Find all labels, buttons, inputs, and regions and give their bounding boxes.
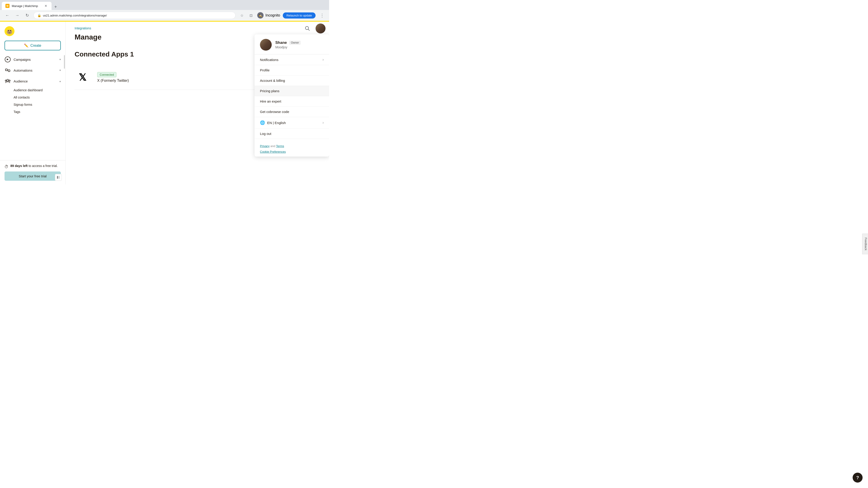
tab-bar: M Manage | Mailchimp ✕ + <box>0 0 329 10</box>
top-right-actions <box>303 24 326 33</box>
sidebar-item-tags[interactable]: Tags <box>13 108 65 116</box>
pencil-icon: ✏️ <box>24 43 29 48</box>
incognito-label: Incognito <box>266 13 280 18</box>
language-label: EN | English <box>267 121 322 125</box>
audience-chevron: ▴ <box>59 79 61 83</box>
dropdown-user-info: Shane Owner Moodjoy <box>275 40 324 49</box>
cookie-preferences-link-area: Cookie Preferences <box>260 150 324 153</box>
connected-badge: Connected <box>97 72 116 77</box>
toolbar-actions: ☆ ⊡ <box>238 12 254 19</box>
sidebar-item-signup-forms[interactable]: Signup forms <box>13 101 65 108</box>
svg-rect-12 <box>57 176 58 179</box>
svg-point-4 <box>8 30 9 31</box>
tab-close-button[interactable]: ✕ <box>44 4 48 8</box>
footer-links: Privacy and Terms <box>260 144 324 148</box>
forward-button[interactable]: → <box>13 12 21 19</box>
bookmark-button[interactable]: ☆ <box>238 12 246 19</box>
tab-favicon: M <box>5 4 9 8</box>
svg-point-9 <box>7 79 8 81</box>
collapse-icon <box>57 175 60 179</box>
tab-search-button[interactable]: ⊡ <box>247 12 254 19</box>
svg-rect-7 <box>5 69 7 71</box>
dropdown-user-name: Shane Owner <box>275 40 324 45</box>
campaigns-chevron: ▾ <box>59 58 61 61</box>
lock-icon: 🔒 <box>37 13 41 17</box>
create-button[interactable]: ✏️ Create <box>4 41 61 51</box>
account-billing-label: Account & billing <box>260 78 324 83</box>
active-tab[interactable]: M Manage | Mailchimp ✕ <box>2 2 52 10</box>
user-avatar-button[interactable] <box>315 24 326 33</box>
privacy-link[interactable]: Privacy <box>260 144 270 148</box>
sidebar-scroll-thumb <box>64 55 65 69</box>
svg-rect-8 <box>8 70 10 72</box>
browser-menu-button[interactable]: ⋮ <box>318 12 326 19</box>
heading-text: Connected Apps <box>74 51 128 58</box>
owner-badge: Owner <box>289 41 301 45</box>
svg-point-5 <box>10 30 11 31</box>
browser-toolbar: ← → ↻ 🔒 us21.admin.mailchimp.com/integra… <box>0 10 329 21</box>
address-text: us21.admin.mailchimp.com/integrations/ma… <box>43 14 107 17</box>
audience-submenu: Audience dashboard All contacts Signup f… <box>0 87 65 116</box>
app-name: X (Formerly Twitter) <box>97 78 280 83</box>
sidebar-item-all-contacts[interactable]: All contacts <box>13 94 65 101</box>
address-bar[interactable]: 🔒 us21.admin.mailchimp.com/integrations/… <box>33 12 236 19</box>
svg-point-10 <box>5 80 6 81</box>
browser-chrome: M Manage | Mailchimp ✕ + ← → ↻ 🔒 us21.ad… <box>0 0 329 21</box>
dropdown-item-hire-expert[interactable]: Hire an expert <box>254 96 329 107</box>
trial-suffix: to access a free trial. <box>28 164 58 168</box>
tab-title: Manage | Mailchimp <box>12 4 38 8</box>
mailchimp-logo <box>4 26 14 36</box>
campaigns-label: Campaigns <box>13 58 59 61</box>
incognito-area: 🕵 Incognito <box>257 12 280 19</box>
back-button[interactable]: ← <box>4 12 11 19</box>
apps-count: 1 <box>130 51 134 58</box>
dropdown-header: Shane Owner Moodjoy <box>254 34 329 55</box>
dropdown-item-notifications[interactable]: Notifications › <box>254 55 329 65</box>
sidebar-item-campaigns[interactable]: Campaigns ▾ <box>0 54 65 65</box>
svg-point-11 <box>9 80 10 81</box>
dropdown-item-language[interactable]: 🌐 EN | English › <box>254 117 329 129</box>
new-tab-button[interactable]: + <box>53 4 59 10</box>
app-layout: ✏️ Create Campaigns ▾ Automations ▾ <box>0 22 329 184</box>
automations-label: Automations <box>13 68 59 72</box>
search-button[interactable] <box>303 24 312 33</box>
sidebar-item-automations[interactable]: Automations ▾ <box>0 65 65 76</box>
trial-days-text: ⏱ 89 days left to access a free trial. <box>4 164 61 169</box>
globe-icon: 🌐 <box>260 120 265 125</box>
dropdown-avatar <box>260 39 272 51</box>
and-text: and <box>270 144 276 148</box>
svg-rect-13 <box>59 176 60 179</box>
sidebar-scrollbar[interactable] <box>64 22 65 184</box>
automations-chevron: ▾ <box>59 69 61 72</box>
breadcrumb-parent[interactable]: Integrations <box>74 26 91 30</box>
breadcrumb: Integrations <box>66 22 329 32</box>
dropdown-item-profile[interactable]: Profile <box>254 65 329 75</box>
dropdown-item-account-billing[interactable]: Account & billing <box>254 75 329 86</box>
cookie-preferences-link[interactable]: Cookie Preferences <box>260 150 286 153</box>
dropdown-footer: Privacy and Terms Cookie Preferences <box>254 139 329 157</box>
search-icon <box>305 26 310 31</box>
language-chevron: › <box>322 121 324 125</box>
sidebar-item-audience[interactable]: Audience ▴ <box>0 76 65 87</box>
user-dropdown-menu: Shane Owner Moodjoy Notifications › Prof… <box>254 34 329 157</box>
sidebar-collapse-button[interactable] <box>55 174 62 181</box>
start-trial-button[interactable]: Start your free trial <box>4 171 61 181</box>
hire-expert-label: Hire an expert <box>260 99 324 103</box>
profile-label: Profile <box>260 68 324 72</box>
reload-button[interactable]: ↻ <box>24 12 31 19</box>
terms-link[interactable]: Terms <box>276 144 284 148</box>
notifications-chevron: › <box>322 58 324 62</box>
create-label: Create <box>30 43 41 48</box>
logo-area <box>4 26 61 36</box>
x-logo-icon: 𝕏 <box>79 72 86 83</box>
dropdown-organization: Moodjoy <box>275 45 324 49</box>
cobrowse-label: Get cobrowse code <box>260 110 324 113</box>
pricing-plans-label: Pricing plans <box>260 89 324 93</box>
relaunch-button[interactable]: Relaunch to update <box>283 12 315 19</box>
incognito-icon: 🕵 <box>257 12 264 19</box>
dropdown-item-pricing-plans[interactable]: Pricing plans <box>254 86 329 96</box>
automations-icon <box>4 67 11 73</box>
dropdown-item-cobrowse[interactable]: Get cobrowse code <box>254 107 329 117</box>
dropdown-item-logout[interactable]: Log out <box>254 129 329 139</box>
sidebar-item-audience-dashboard[interactable]: Audience dashboard <box>13 87 65 94</box>
